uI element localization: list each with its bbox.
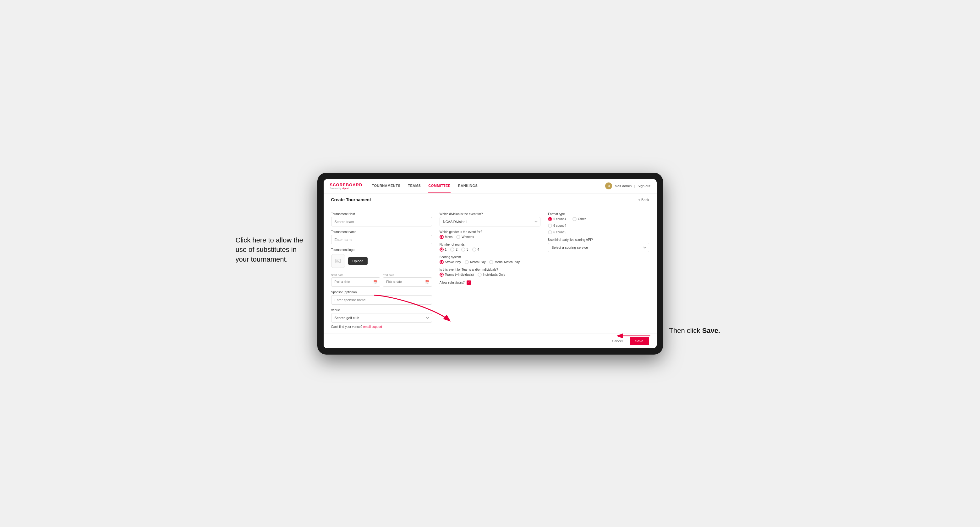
rounds-4[interactable]: 4 [472,248,479,252]
annotation-right: Then click Save. [669,326,732,336]
rounds-3-label: 3 [466,248,468,251]
sponsor-field: Sponsor (optional) [331,290,432,305]
gender-womens-radio[interactable] [456,235,460,239]
name-input[interactable] [331,235,432,244]
logo-label: Tournament logo [331,248,432,252]
logo-upload-area: Upload [331,254,432,268]
svg-rect-2 [336,259,340,263]
sign-out-link[interactable]: Sign out [638,184,650,188]
form-grid: Tournament Host Tournament name Tourname… [331,212,649,329]
cancel-button[interactable]: Cancel [608,337,627,345]
venue-help: Can't find your venue? email support [331,325,432,329]
rounds-1-radio[interactable] [439,248,444,252]
sponsor-label: Sponsor (optional) [331,290,432,294]
right-column: Format type 5 count 4 Other [548,212,649,329]
rounds-2[interactable]: 2 [450,248,458,252]
scoring-radio-group: Stroke Play Match Play Medal Match Play [439,260,541,264]
host-input[interactable] [331,217,432,227]
format-6count4[interactable]: 6 count 4 [548,224,649,228]
event-individuals[interactable]: Individuals Only [477,273,505,277]
nav-committee[interactable]: COMMITTEE [428,179,450,192]
form-content: Tournament Host Tournament name Tourname… [324,207,657,333]
scoring-match[interactable]: Match Play [465,260,485,264]
gender-womens-label: Womens [461,235,474,239]
rounds-1[interactable]: 1 [439,248,447,252]
rounds-field: Number of rounds 1 2 [439,243,541,252]
scoring-service-select[interactable]: Select a scoring service [548,243,649,252]
event-teams-radio[interactable] [439,273,444,277]
mid-column: Which division is the event for? NCAA Di… [439,212,541,329]
name-label: Tournament name [331,230,432,234]
save-button[interactable]: Save [630,337,649,345]
page-header: Create Tournament < Back [324,194,657,202]
format-6count5-label: 6 count 5 [553,230,566,234]
venue-email-link[interactable]: email support [363,325,382,329]
annotation-left: Click here to allow the use of substitut… [235,235,311,264]
format-6count4-label: 6 count 4 [553,224,566,227]
format-other-label: Other [578,217,585,221]
venue-field: Venue Search golf club Can't find your v… [331,308,432,329]
scoring-stroke-radio[interactable] [439,260,444,264]
venue-select[interactable]: Search golf club [331,313,432,322]
format-other[interactable]: Other [573,217,585,221]
calendar-icon-start: 📅 [373,280,378,284]
scoring-medal[interactable]: Medal Match Play [489,260,519,264]
format-6count5[interactable]: 6 count 5 [548,230,649,234]
nav-teams[interactable]: TEAMS [408,179,421,192]
format-6count5-radio[interactable] [548,230,552,234]
event-teams-label: Teams (+Individuals) [445,273,474,276]
scoring-label: Scoring system [439,256,541,259]
upload-button[interactable]: Upload [348,257,368,265]
date-row: Start date 📅 End date [331,271,432,287]
back-link[interactable]: < Back [638,198,649,202]
rounds-2-label: 2 [456,248,458,251]
scoring-match-label: Match Play [470,260,485,264]
logo-title: SCOREBOARD [330,183,363,187]
page-title: Create Tournament [331,197,371,202]
substitutes-field: Allow substitutes? ✓ [439,281,541,285]
scoring-field: Scoring system Stroke Play Match Play [439,256,541,264]
nav-tournaments[interactable]: TOURNAMENTS [372,179,400,192]
event-type-label: Is this event for Teams and/or Individua… [439,268,541,271]
nav-rankings[interactable]: RANKINGS [458,179,478,192]
rounds-3-radio[interactable] [461,248,465,252]
event-teams[interactable]: Teams (+Individuals) [439,273,474,277]
scoring-match-radio[interactable] [465,260,469,264]
substitutes-checkbox[interactable]: ✓ [466,281,471,285]
annotation-right-bold: Save. [702,327,721,335]
format-row-1: 5 count 4 Other [548,217,649,221]
format-other-radio[interactable] [573,217,577,221]
sponsor-input[interactable] [331,295,432,305]
tablet-frame: SCOREBOARD Powered by clippd TOURNAMENTS… [317,173,663,355]
tablet-screen: SCOREBOARD Powered by clippd TOURNAMENTS… [324,179,657,348]
venue-help-text: Can't find your venue? [331,325,363,329]
logo-score: SCORE [330,183,346,187]
end-date-input[interactable] [383,277,432,287]
event-individuals-radio[interactable] [477,273,482,277]
substitutes-checkbox-row: Allow substitutes? ✓ [439,281,541,285]
nav-links: TOURNAMENTS TEAMS COMMITTEE RANKINGS [372,179,605,192]
left-column: Tournament Host Tournament name Tourname… [331,212,432,329]
rounds-2-radio[interactable] [450,248,454,252]
rounds-4-label: 4 [477,248,479,251]
gender-mens-radio[interactable] [439,235,444,239]
format-5count4[interactable]: 5 count 4 [548,217,566,221]
gender-womens[interactable]: Womens [456,235,474,239]
format-5count4-radio[interactable] [548,217,552,221]
gender-mens[interactable]: Mens [439,235,452,239]
nav-username: blair admin [614,184,632,188]
event-individuals-label: Individuals Only [483,273,505,276]
start-date-label: Start date [331,273,344,277]
start-date-input[interactable] [331,277,380,287]
logo: SCOREBOARD Powered by clippd [330,183,363,189]
rounds-4-radio[interactable] [472,248,476,252]
format-options: 5 count 4 Other 6 count 4 [548,217,649,234]
format-6count4-radio[interactable] [548,224,552,228]
scoring-medal-label: Medal Match Play [495,260,519,264]
scoring-medal-radio[interactable] [489,260,493,264]
scoring-api-field: Use third-party live scoring API? Select… [548,238,649,252]
scoring-stroke[interactable]: Stroke Play [439,260,461,264]
rounds-3[interactable]: 3 [461,248,468,252]
rounds-1-label: 1 [445,248,447,251]
division-select[interactable]: NCAA Division I [439,217,541,227]
